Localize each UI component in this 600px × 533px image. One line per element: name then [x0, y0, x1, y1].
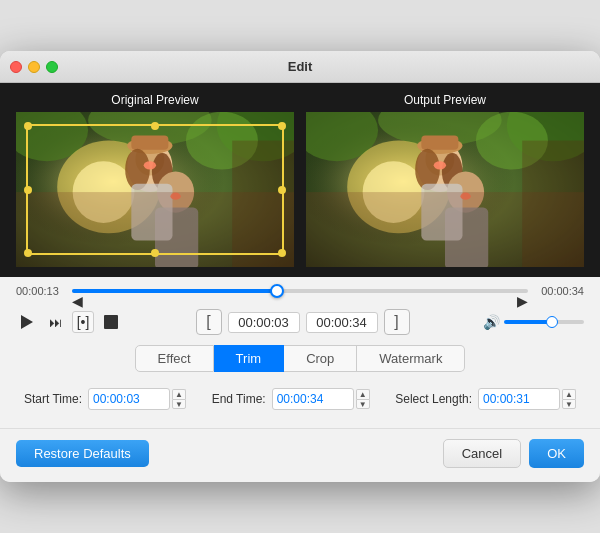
maximize-button[interactable] [46, 61, 58, 73]
timeline-thumb[interactable] [270, 284, 284, 298]
play-button[interactable] [16, 311, 38, 333]
length-value: 00:00:31 [483, 392, 530, 406]
length-label: Select Length: [395, 392, 472, 406]
bracket-right-icon: ] [394, 313, 398, 331]
svg-point-17 [144, 161, 156, 169]
volume-controls: 🔊 [483, 314, 584, 330]
start-time-input-wrapper: 00:00:03 ▲ ▼ [88, 388, 186, 410]
playback-controls: ⏭ [•] [16, 311, 122, 333]
end-time-up[interactable]: ▲ [356, 389, 370, 399]
original-preview-panel: Original Preview [16, 93, 294, 267]
frame-icon: [•] [77, 314, 90, 330]
end-time-group: End Time: 00:00:34 ▲ ▼ [212, 388, 370, 410]
controls-area: 00:00:13 00:00:34 ◀ ▶ ⏭ [•] [0, 277, 600, 428]
ok-button[interactable]: OK [529, 439, 584, 468]
bracket-right-button[interactable]: ] [384, 309, 410, 335]
output-preview-panel: Output Preview [306, 93, 584, 267]
tab-effect[interactable]: Effect [135, 345, 214, 372]
end-time-stepper: ▲ ▼ [356, 389, 370, 409]
start-time-stepper: ▲ ▼ [172, 389, 186, 409]
timeline-end-label: 00:00:34 [536, 285, 584, 297]
timeline-track[interactable] [72, 289, 528, 293]
svg-point-38 [434, 161, 446, 169]
trim-controls: [ 00:00:03 00:00:34 ] [196, 309, 410, 335]
end-time-value: 00:00:34 [277, 392, 324, 406]
svg-rect-41 [522, 141, 584, 267]
svg-rect-20 [232, 141, 294, 267]
start-time-up[interactable]: ▲ [172, 389, 186, 399]
minimize-button[interactable] [28, 61, 40, 73]
cancel-button[interactable]: Cancel [443, 439, 521, 468]
preview-row: Original Preview [0, 83, 600, 277]
length-up[interactable]: ▲ [562, 389, 576, 399]
bottom-row: Restore Defaults Cancel OK [0, 428, 600, 482]
timeline-row: 00:00:13 00:00:34 [16, 285, 584, 297]
stop-icon [104, 315, 118, 329]
end-time-label: End Time: [212, 392, 266, 406]
stop-button[interactable] [100, 311, 122, 333]
tab-crop[interactable]: Crop [284, 345, 357, 372]
length-group: Select Length: 00:00:31 ▲ ▼ [395, 388, 576, 410]
trim-end-display: 00:00:34 [306, 312, 378, 333]
edit-window: Edit Original Preview [0, 51, 600, 482]
svg-rect-11 [131, 135, 168, 149]
titlebar: Edit [0, 51, 600, 83]
close-button[interactable] [10, 61, 22, 73]
fast-forward-icon: ⏭ [49, 315, 62, 330]
start-time-label: Start Time: [24, 392, 82, 406]
restore-defaults-button[interactable]: Restore Defaults [16, 440, 149, 467]
end-time-down[interactable]: ▼ [356, 399, 370, 409]
tab-watermark[interactable]: Watermark [357, 345, 465, 372]
start-time-group: Start Time: 00:00:03 ▲ ▼ [24, 388, 186, 410]
tab-trim[interactable]: Trim [214, 345, 285, 372]
end-time-input[interactable]: 00:00:34 [272, 388, 354, 410]
length-input[interactable]: 00:00:31 [478, 388, 560, 410]
start-time-input[interactable]: 00:00:03 [88, 388, 170, 410]
window-title: Edit [288, 59, 313, 74]
timeline-fill [72, 289, 277, 293]
bracket-left-button[interactable]: [ [196, 309, 222, 335]
time-fields-row: Start Time: 00:00:03 ▲ ▼ End Time: 00:00… [16, 384, 584, 414]
bottom-right-buttons: Cancel OK [443, 439, 584, 468]
bracket-left-icon: [ [206, 313, 210, 331]
svg-rect-32 [421, 135, 458, 149]
output-preview-label: Output Preview [404, 93, 486, 107]
marker-left-icon: ◀ [72, 293, 83, 309]
end-time-input-wrapper: 00:00:34 ▲ ▼ [272, 388, 370, 410]
start-time-value: 00:00:03 [93, 392, 140, 406]
volume-slider[interactable] [504, 320, 584, 324]
output-preview-image [306, 112, 584, 267]
marker-right-icon: ▶ [517, 293, 528, 309]
playback-row: ⏭ [•] [ 00:00:03 00:00:34 ] [16, 305, 584, 339]
speaker-icon: 🔊 [483, 314, 500, 330]
original-preview-label: Original Preview [111, 93, 198, 107]
trim-start-display: 00:00:03 [228, 312, 300, 333]
play-icon [21, 315, 33, 329]
original-preview-image [16, 112, 294, 267]
length-stepper: ▲ ▼ [562, 389, 576, 409]
timeline-start-label: 00:00:13 [16, 285, 64, 297]
length-down[interactable]: ▼ [562, 399, 576, 409]
start-time-down[interactable]: ▼ [172, 399, 186, 409]
fast-forward-button[interactable]: ⏭ [44, 311, 66, 333]
frame-step-button[interactable]: [•] [72, 311, 94, 333]
tab-row: Effect Trim Crop Watermark [16, 345, 584, 372]
traffic-lights [10, 61, 58, 73]
length-input-wrapper: 00:00:31 ▲ ▼ [478, 388, 576, 410]
volume-thumb[interactable] [546, 316, 558, 328]
